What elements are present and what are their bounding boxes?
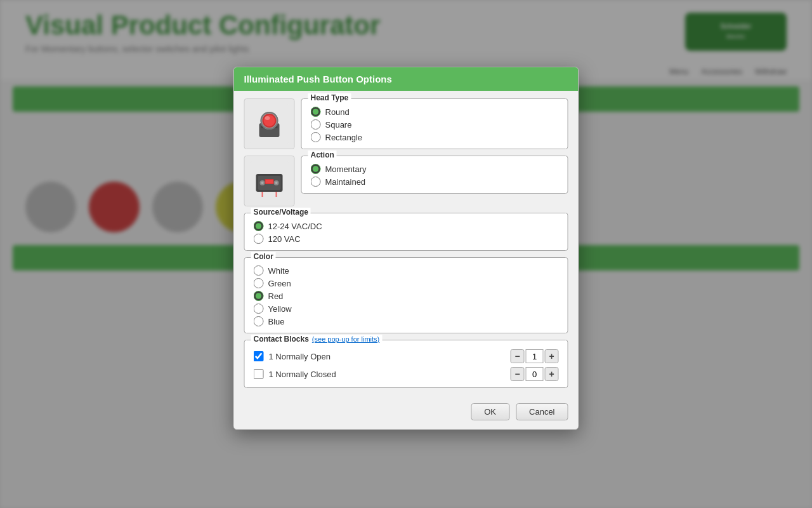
source-120-option[interactable]: 120 VAC (254, 234, 559, 244)
svg-point-9 (265, 116, 270, 120)
ok-button[interactable]: OK (471, 403, 509, 420)
dialog-illuminated-push-button: Illuminated Push Button Options (233, 67, 579, 430)
push-button-round-icon (250, 104, 289, 144)
svg-point-8 (264, 115, 275, 126)
color-yellow-radio[interactable] (254, 304, 264, 314)
source-12-24-label: 12-24 VAC/DC (268, 222, 322, 231)
svg-point-15 (261, 182, 264, 184)
svg-point-17 (275, 182, 278, 184)
dialog-title: Illuminated Push Button Options (244, 74, 392, 84)
source-voltage-radio-group: 12-24 VAC/DC 120 VAC (254, 221, 559, 244)
contact-normally-closed-row: 1 Normally Closed − 0 + (254, 367, 559, 381)
contact-normally-open-spinner: − 1 + (511, 349, 559, 363)
color-blue-label: Blue (268, 317, 285, 326)
contact-normally-closed-checkbox[interactable] (254, 369, 264, 379)
contact-normally-closed-spinner: − 0 + (511, 367, 559, 381)
source-12-24-option[interactable]: 12-24 VAC/DC (254, 221, 559, 231)
color-red-radio[interactable] (254, 291, 264, 301)
contact-blocks-link[interactable]: (see pop-up for limits) (312, 335, 379, 343)
contact-normally-open-value: 1 (526, 349, 544, 363)
head-type-legend: Head Type (308, 93, 351, 102)
action-radio-group: Momentary Maintained (311, 164, 559, 187)
head-type-rectangle-radio[interactable] (311, 132, 321, 142)
color-blue-option[interactable]: Blue (254, 316, 559, 326)
action-fieldset: Action Momentary Maintained (301, 156, 568, 194)
color-green-radio[interactable] (254, 278, 264, 288)
contact-normally-open-label: 1 Normally Open (269, 352, 506, 361)
color-blue-radio[interactable] (254, 316, 264, 326)
contact-normally-closed-value: 0 (526, 367, 544, 381)
color-red-option[interactable]: Red (254, 291, 559, 301)
head-type-section: Head Type Round Square Rectangle (244, 98, 568, 149)
color-green-label: Green (268, 279, 291, 288)
svg-rect-19 (266, 180, 273, 184)
contact-normally-closed-decrement[interactable]: − (511, 367, 525, 381)
color-radio-group: White Green Red Yellow Blue (254, 265, 559, 326)
color-white-radio[interactable] (254, 265, 264, 276)
action-maintained-label: Maintained (325, 177, 366, 187)
head-type-round-option[interactable]: Round (311, 107, 559, 117)
color-legend: Color (251, 252, 276, 261)
source-voltage-legend: Source/Voltage (251, 208, 311, 217)
action-maintained-radio[interactable] (311, 177, 321, 187)
contact-normally-closed-increment[interactable]: + (545, 367, 559, 381)
contact-normally-open-decrement[interactable]: − (511, 349, 525, 363)
contact-block-icon (250, 161, 289, 201)
source-120-label: 120 VAC (268, 234, 301, 244)
contact-normally-open-checkbox[interactable] (254, 351, 264, 361)
head-type-square-radio[interactable] (311, 119, 321, 130)
dialog-header: Illuminated Push Button Options (234, 67, 579, 91)
head-type-square-label: Square (325, 120, 352, 130)
head-type-round-label: Round (325, 107, 350, 117)
source-120-radio[interactable] (254, 234, 264, 244)
head-type-square-option[interactable]: Square (311, 119, 559, 130)
contact-blocks-section: Contact Blocks (see pop-up for limits) 1… (244, 340, 568, 388)
action-maintained-option[interactable]: Maintained (311, 177, 559, 187)
head-type-image (244, 98, 295, 149)
action-momentary-option[interactable]: Momentary (311, 164, 559, 174)
action-momentary-label: Momentary (325, 164, 367, 174)
action-momentary-radio[interactable] (311, 164, 321, 174)
head-type-fieldset: Head Type Round Square Rectangle (301, 98, 568, 149)
head-type-rectangle-option[interactable]: Rectangle (311, 132, 559, 142)
action-legend: Action (308, 150, 337, 159)
contact-normally-open-row: 1 Normally Open − 1 + (254, 349, 559, 363)
dialog-footer: OK Cancel (234, 398, 579, 429)
contact-blocks-legend: Contact Blocks (see pop-up for limits) (251, 335, 383, 344)
head-type-radio-group: Round Square Rectangle (311, 107, 559, 142)
color-yellow-label: Yellow (268, 304, 292, 314)
contact-normally-closed-label: 1 Normally Closed (269, 370, 506, 379)
source-voltage-fieldset: Source/Voltage 12-24 VAC/DC 120 VAC (244, 213, 568, 251)
color-red-label: Red (268, 291, 284, 301)
color-white-option[interactable]: White (254, 265, 559, 276)
head-type-round-radio[interactable] (311, 107, 321, 117)
contact-normally-open-increment[interactable]: + (545, 349, 559, 363)
color-white-label: White (268, 266, 289, 276)
action-section: Action Momentary Maintained (244, 156, 568, 206)
color-fieldset: Color White Green Red Yellow (244, 257, 568, 333)
color-green-option[interactable]: Green (254, 278, 559, 288)
head-type-rectangle-label: Rectangle (325, 133, 363, 142)
color-yellow-option[interactable]: Yellow (254, 304, 559, 314)
contact-blocks-label: Contact Blocks (254, 335, 309, 344)
action-image (244, 156, 295, 206)
dialog-body: Head Type Round Square Rectangle (234, 91, 579, 398)
source-12-24-radio[interactable] (254, 221, 264, 231)
cancel-button[interactable]: Cancel (516, 403, 568, 420)
